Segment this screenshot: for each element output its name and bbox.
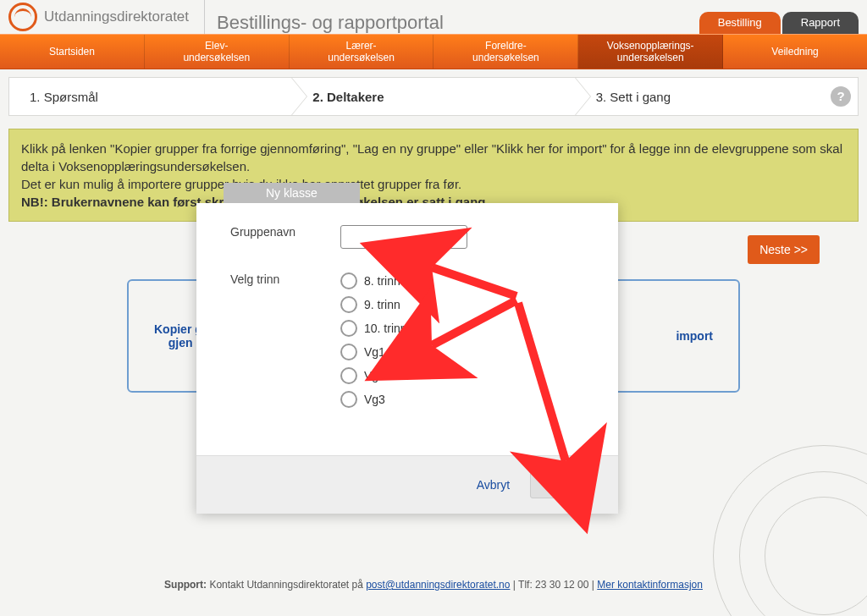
radio-label-4: Vg2 [364,369,385,382]
modal-title: Ny klasse [224,183,360,203]
radio-vg3[interactable] [340,391,357,408]
portal-title: Bestillings- og rapportportal [217,12,699,34]
avbryt-button[interactable]: Avbryt [472,477,515,492]
org-logo: Utdanningsdirektoratet [8,0,205,34]
footer-tlf: | Tlf: 23 30 12 00 | [513,579,597,591]
step-3[interactable]: 3. Sett i gang ? [576,77,859,116]
radio-label-3: Vg1 [364,345,385,359]
modal-ny-klasse: Ny klasse Gruppenavn Velg trinn 8. trinn… [196,203,618,514]
nav-voksen[interactable]: Voksenopplærings-undersøkelsen [578,35,723,69]
label-gruppenavn: Gruppenavn [230,225,340,239]
radio-label-2: 10. trinn [364,322,407,335]
org-name: Utdanningsdirektoratet [44,8,189,25]
radio-label-0: 8. trinn [364,274,400,288]
label-velg-trinn: Velg trinn [230,272,340,286]
tab-bestilling[interactable]: Bestilling [699,12,781,34]
radio-8-trinn[interactable] [340,272,357,289]
radio-10-trinn[interactable] [340,320,357,337]
wizard-steps: 1. Spørsmål 2. Deltakere 3. Sett i gang … [8,78,859,115]
footer-email-link[interactable]: post@utdanningsdirektoratet.no [366,579,510,591]
input-gruppenavn[interactable] [340,225,467,249]
footer-text1: Kontakt Utdanningsdirektoratet på [209,579,366,591]
step-2[interactable]: 2. Deltakere [292,77,575,116]
link-import[interactable]: import [676,329,713,343]
radio-vg2[interactable] [340,367,357,384]
radio-label-1: 9. trinn [364,298,400,311]
step-1[interactable]: 1. Spørsmål [8,77,292,116]
nav-veiledning[interactable]: Veiledning [723,35,867,69]
nav-startsiden[interactable]: Startsiden [0,35,145,69]
radio-label-5: Vg3 [364,393,385,406]
footer-prefix: Support: [164,579,207,591]
nav-foreldre[interactable]: Foreldre-undersøkelsen [434,35,578,69]
nav-laerer[interactable]: Lærer-undersøkelsen [290,35,434,69]
info-line2: Det er kun mulig å importere grupper hvi… [21,175,846,193]
info-line1: Klikk på lenken "Kopier grupper fra forr… [21,140,846,175]
help-icon[interactable]: ? [831,86,851,107]
tab-rapport[interactable]: Rapport [782,12,859,34]
decorative-circles [713,445,867,616]
logo-icon [8,3,37,31]
nav-elev[interactable]: Elev-undersøkelsen [145,35,290,69]
radio-vg1[interactable] [340,344,357,360]
main-nav: Startsiden Elev-undersøkelsen Lærer-unde… [0,34,867,69]
radio-9-trinn[interactable] [340,296,357,313]
footer-more-link[interactable]: Mer kontaktinformasjon [597,579,703,591]
lagre-button[interactable]: Lagre [530,471,593,498]
neste-button[interactable]: Neste >> [748,235,820,264]
